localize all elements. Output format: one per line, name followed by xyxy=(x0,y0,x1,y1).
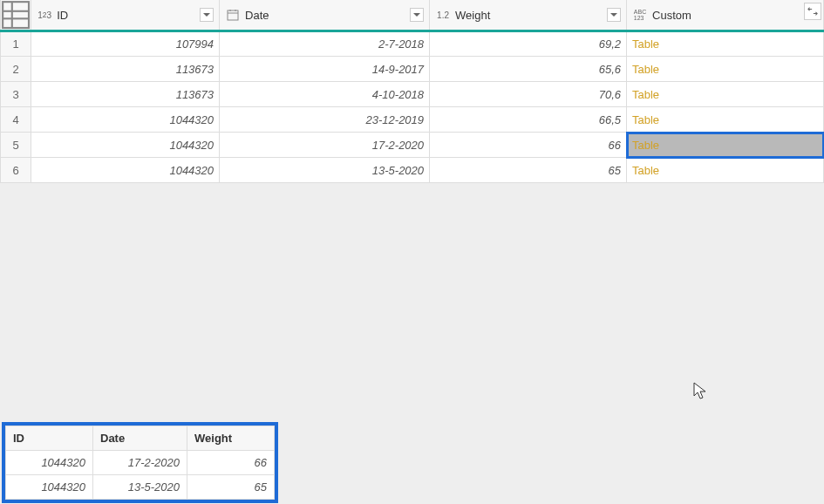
column-header-date[interactable]: Date xyxy=(220,0,430,31)
id-cell[interactable]: 1044320 xyxy=(31,107,220,133)
weight-cell[interactable]: 69,2 xyxy=(430,31,627,57)
filter-dropdown-button[interactable] xyxy=(607,8,621,22)
any-type-icon: ABC123 xyxy=(632,7,648,23)
table-row[interactable]: 4104432023-12-201966,5Table xyxy=(1,107,824,133)
row-number-cell[interactable]: 5 xyxy=(1,133,31,158)
preview-table[interactable]: ID Date Weight 104432017-2-2020661044320… xyxy=(5,426,275,500)
preview-cell-date[interactable]: 13-5-2020 xyxy=(93,475,187,500)
nested-table-link[interactable]: Table xyxy=(632,88,659,101)
weight-cell[interactable]: 65,6 xyxy=(430,57,627,82)
svg-marker-10 xyxy=(610,13,617,17)
table-row[interactable]: 31136734-10-201870,6Table xyxy=(1,82,824,107)
custom-cell[interactable]: Table xyxy=(627,31,824,57)
svg-rect-5 xyxy=(228,10,238,20)
weight-cell[interactable]: 66,5 xyxy=(430,107,627,133)
nested-table-preview: ID Date Weight 104432017-2-2020661044320… xyxy=(2,422,278,503)
filter-dropdown-button[interactable] xyxy=(200,8,214,22)
svg-marker-9 xyxy=(413,13,420,17)
id-cell[interactable]: 1044320 xyxy=(31,158,220,183)
preview-row[interactable]: 104432017-2-202066 xyxy=(6,451,275,475)
preview-cell-id[interactable]: 1044320 xyxy=(6,451,93,475)
custom-cell[interactable]: Table xyxy=(627,133,824,158)
nested-table-link[interactable]: Table xyxy=(632,37,659,51)
column-label: Date xyxy=(245,9,405,22)
preview-cell-id[interactable]: 1044320 xyxy=(6,475,93,500)
date-cell[interactable]: 4-10-2018 xyxy=(220,82,430,107)
custom-cell[interactable]: Table xyxy=(627,57,824,82)
custom-cell[interactable]: Table xyxy=(627,82,824,107)
nested-table-link[interactable]: Table xyxy=(632,164,659,177)
column-header-weight[interactable]: 1.2 Weight xyxy=(430,0,627,31)
table-row[interactable]: 6104432013-5-202065Table xyxy=(1,158,824,183)
date-cell[interactable]: 17-2-2020 xyxy=(220,133,430,158)
column-label: Custom xyxy=(652,9,818,22)
date-cell[interactable]: 13-5-2020 xyxy=(220,158,430,183)
date-cell[interactable]: 2-7-2018 xyxy=(220,31,430,57)
preview-row[interactable]: 104432013-5-202065 xyxy=(6,475,275,500)
weight-cell[interactable]: 65 xyxy=(430,158,627,183)
row-number-cell[interactable]: 4 xyxy=(1,107,31,133)
column-header-custom[interactable]: ABC123 Custom xyxy=(627,0,824,31)
column-label: Weight xyxy=(455,9,603,22)
nested-table-link[interactable]: Table xyxy=(632,139,659,152)
preview-header-weight[interactable]: Weight xyxy=(187,426,275,451)
preview-cell-weight[interactable]: 65 xyxy=(187,475,275,500)
table-row[interactable]: 5104432017-2-202066Table xyxy=(1,133,824,158)
nested-table-link[interactable]: Table xyxy=(632,113,659,126)
decimal-type-icon: 1.2 xyxy=(435,7,451,23)
id-cell[interactable]: 107994 xyxy=(31,31,220,57)
preview-header-id[interactable]: ID xyxy=(6,426,93,451)
mouse-cursor-icon xyxy=(693,382,709,404)
table-row[interactable]: 11079942-7-201869,2Table xyxy=(1,31,824,57)
row-number-cell[interactable]: 2 xyxy=(1,57,31,82)
id-cell[interactable]: 1044320 xyxy=(31,133,220,158)
whole-number-type-icon: 123 xyxy=(37,7,52,23)
filter-dropdown-button[interactable] xyxy=(410,8,424,22)
custom-cell[interactable]: Table xyxy=(627,107,824,133)
table-row[interactable]: 211367314-9-201765,6Table xyxy=(1,57,824,82)
svg-rect-0 xyxy=(3,2,29,28)
svg-marker-4 xyxy=(203,13,210,17)
date-cell[interactable]: 14-9-2017 xyxy=(220,57,430,82)
date-cell[interactable]: 23-12-2019 xyxy=(220,107,430,133)
main-data-table[interactable]: 123 ID Date xyxy=(0,0,824,183)
date-type-icon xyxy=(225,7,241,23)
row-number-cell[interactable]: 3 xyxy=(1,82,31,107)
custom-cell[interactable]: Table xyxy=(627,158,824,183)
row-number-cell[interactable]: 6 xyxy=(1,158,31,183)
preview-cell-weight[interactable]: 66 xyxy=(187,451,275,475)
id-cell[interactable]: 113673 xyxy=(31,82,220,107)
nested-table-link[interactable]: Table xyxy=(632,63,659,76)
weight-cell[interactable]: 66 xyxy=(430,133,627,158)
row-number-cell[interactable]: 1 xyxy=(1,31,31,57)
column-label: ID xyxy=(57,9,195,22)
expand-column-button[interactable] xyxy=(804,3,821,20)
table-corner-cell[interactable] xyxy=(1,0,31,31)
preview-cell-date[interactable]: 17-2-2020 xyxy=(93,451,187,475)
id-cell[interactable]: 113673 xyxy=(31,57,220,82)
column-header-id[interactable]: 123 ID xyxy=(31,0,220,31)
table-icon xyxy=(1,0,31,30)
preview-header-date[interactable]: Date xyxy=(93,426,187,451)
weight-cell[interactable]: 70,6 xyxy=(430,82,627,107)
